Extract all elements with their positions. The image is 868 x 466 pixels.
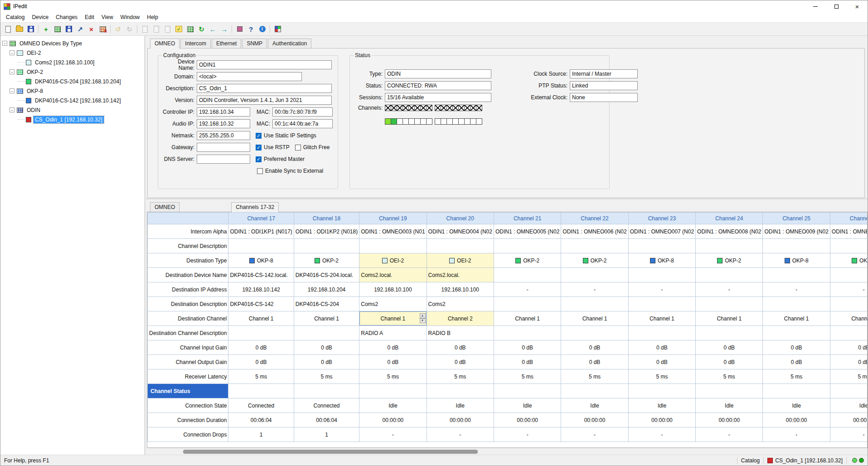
channels-tab-channels-17-32[interactable]: Channels 17-32: [231, 202, 279, 212]
sessions-field[interactable]: [385, 93, 491, 102]
use-rstp-checkbox[interactable]: Use RSTP: [256, 144, 290, 150]
cell-channel-description-ch25[interactable]: [763, 239, 830, 253]
cell-connection-duration-ch20[interactable]: 00:00:00: [427, 413, 494, 427]
external-clock-field[interactable]: [570, 93, 638, 102]
cell-connection-state-ch19[interactable]: Idle: [359, 398, 427, 413]
cell-destination-description-ch24[interactable]: [696, 297, 763, 311]
cell-destination-device-name-ch21[interactable]: [494, 268, 561, 282]
cell-connection-duration-ch17[interactable]: 00:06:04: [228, 413, 294, 427]
cell-channel-input-gain-ch20[interactable]: 0 dB: [427, 340, 494, 355]
row-label-destination-channel-description[interactable]: Destination Channel Description: [148, 326, 228, 340]
cell-connection-duration-ch26[interactable]: 00:00:00: [830, 413, 868, 427]
cell-channel-description-ch20[interactable]: [427, 239, 494, 253]
cell-receiver-latency-ch24[interactable]: 5 ms: [696, 369, 763, 384]
cell-connection-state-ch21[interactable]: Idle: [494, 398, 561, 413]
cell-destination-ip-address-ch20[interactable]: 192.168.10.100: [427, 282, 494, 297]
cell-destination-description-ch21[interactable]: [494, 297, 561, 311]
previous-device-icon[interactable]: ←: [207, 24, 218, 34]
row-label-destination-ip-address[interactable]: Destination IP Address: [148, 282, 228, 297]
cell-receiver-latency-ch17[interactable]: 5 ms: [228, 369, 294, 384]
cell-intercom-alpha-ch20[interactable]: ODIN1 : OMNEO004 (N02: [427, 224, 494, 239]
device-tab-intercom[interactable]: Intercom: [180, 39, 211, 48]
cell-destination-channel-description-ch22[interactable]: [561, 326, 628, 340]
cell-intercom-alpha-ch18[interactable]: ODIN1 : ODI1KP2 (N018): [294, 224, 359, 239]
channels-tab-omneo[interactable]: OMNEO: [150, 202, 179, 212]
cell-channel-output-gain-ch24[interactable]: 0 dB: [696, 355, 763, 369]
cell-connection-drops-ch21[interactable]: -: [494, 427, 561, 442]
device-tab-authentication[interactable]: Authentication: [268, 39, 311, 48]
cell-destination-channel-ch23[interactable]: Channel 1: [628, 311, 695, 326]
cell-destination-ip-address-ch19[interactable]: 192.168.10.100: [359, 282, 427, 297]
ptp-status-field[interactable]: [570, 81, 638, 90]
cell-connection-duration-ch22[interactable]: 00:00:00: [561, 413, 628, 427]
info-icon[interactable]: i: [257, 24, 268, 34]
duplicate-icon[interactable]: [162, 24, 173, 34]
menu-edit[interactable]: Edit: [81, 13, 98, 22]
menu-help[interactable]: Help: [143, 13, 162, 22]
row-label-destination-channel[interactable]: Destination Channel: [148, 311, 228, 326]
cell-destination-ip-address-ch17[interactable]: 192.168.10.142: [228, 282, 294, 297]
cell-channel-output-gain-ch25[interactable]: 0 dB: [763, 355, 830, 369]
controller-mac-field[interactable]: [272, 107, 333, 116]
cell-destination-device-name-ch18[interactable]: DKP4016-CS-204.local.: [294, 268, 359, 282]
cell-channel-output-gain-ch23[interactable]: 0 dB: [628, 355, 695, 369]
cell-destination-ip-address-ch18[interactable]: 192.168.10.204: [294, 282, 359, 297]
cell-destination-channel-description-ch24[interactable]: [696, 326, 763, 340]
cell-destination-device-name-ch23[interactable]: [628, 268, 695, 282]
cell-connection-duration-ch25[interactable]: 00:00:00: [763, 413, 830, 427]
cell-destination-channel-ch17[interactable]: Channel 1: [228, 311, 294, 326]
cell-intercom-alpha-ch22[interactable]: ODIN1 : OMNEO006 (N02: [561, 224, 628, 239]
cell-channel-output-gain-ch21[interactable]: 0 dB: [494, 355, 561, 369]
cell-connection-state-ch26[interactable]: Idle: [830, 398, 868, 413]
row-label-receiver-latency[interactable]: Receiver Latency: [148, 369, 228, 384]
cell-destination-channel-description-ch19[interactable]: RADIO A: [359, 326, 427, 340]
use-static-ip-checkbox[interactable]: Use Static IP Settings: [256, 132, 316, 139]
cell-destination-type-ch24[interactable]: OKP-2: [696, 253, 763, 268]
version-field[interactable]: [197, 96, 332, 105]
cell-channel-status-ch17[interactable]: [228, 384, 294, 398]
cell-channel-description-ch23[interactable]: [628, 239, 695, 253]
menu-device[interactable]: Device: [28, 13, 52, 22]
cell-channel-status-ch23[interactable]: [628, 384, 695, 398]
save-file-icon[interactable]: [25, 24, 36, 34]
cell-channel-input-gain-ch26[interactable]: 0 dB: [830, 340, 868, 355]
next-device-icon[interactable]: →: [218, 24, 230, 34]
column-header-channel-19[interactable]: Channel 19: [359, 213, 427, 224]
cell-intercom-alpha-ch19[interactable]: ODIN1 : OMNEO003 (N01: [359, 224, 427, 239]
column-header-channel-20[interactable]: Channel 20: [427, 213, 494, 224]
cell-channel-input-gain-ch19[interactable]: 0 dB: [359, 340, 427, 355]
cell-destination-type-ch21[interactable]: OKP-2: [494, 253, 561, 268]
cell-connection-state-ch25[interactable]: Idle: [763, 398, 830, 413]
tree-expander[interactable]: -: [10, 69, 15, 74]
cell-connection-drops-ch25[interactable]: -: [763, 427, 830, 442]
apply-changes-icon[interactable]: ✓: [173, 24, 184, 34]
cell-connection-duration-ch21[interactable]: 00:00:00: [494, 413, 561, 427]
menu-catalog[interactable]: Catalog: [2, 13, 28, 22]
cell-destination-channel-ch24[interactable]: Channel 1: [696, 311, 763, 326]
undo-icon[interactable]: ↺: [112, 24, 124, 34]
column-header-channel-17[interactable]: Channel 17: [228, 213, 294, 224]
minimize-button[interactable]: [805, 0, 826, 12]
cell-connection-drops-ch26[interactable]: -: [830, 427, 868, 442]
column-header-channel-18[interactable]: Channel 18: [294, 213, 359, 224]
context-help-icon[interactable]: ?: [245, 24, 257, 34]
row-label-channel-status[interactable]: Channel Status: [148, 384, 228, 398]
remove-grid-icon[interactable]: [97, 24, 108, 34]
tree-expander[interactable]: -: [2, 41, 7, 46]
cell-channel-status-ch19[interactable]: [359, 384, 427, 398]
cell-channel-status-ch24[interactable]: [696, 384, 763, 398]
menu-view[interactable]: View: [98, 13, 117, 22]
cell-channel-description-ch18[interactable]: [294, 239, 359, 253]
cell-destination-channel-ch26[interactable]: Channel 1: [830, 311, 868, 326]
cell-destination-device-name-ch17[interactable]: DKP4016-CS-142.local.: [228, 268, 294, 282]
cell-destination-ip-address-ch23[interactable]: -: [628, 282, 695, 297]
cell-connection-drops-ch19[interactable]: -: [359, 427, 427, 442]
cell-destination-description-ch18[interactable]: DKP4016-CS-204: [294, 297, 359, 311]
save-device-icon[interactable]: [63, 24, 74, 34]
status-field[interactable]: [385, 81, 491, 90]
cell-connection-state-ch22[interactable]: Idle: [561, 398, 628, 413]
cell-connection-state-ch17[interactable]: Connected: [228, 398, 294, 413]
cell-channel-output-gain-ch26[interactable]: 0 dB: [830, 355, 868, 369]
row-label-intercom-alpha[interactable]: Intercom Alpha: [148, 224, 228, 239]
open-file-icon[interactable]: [14, 24, 25, 34]
